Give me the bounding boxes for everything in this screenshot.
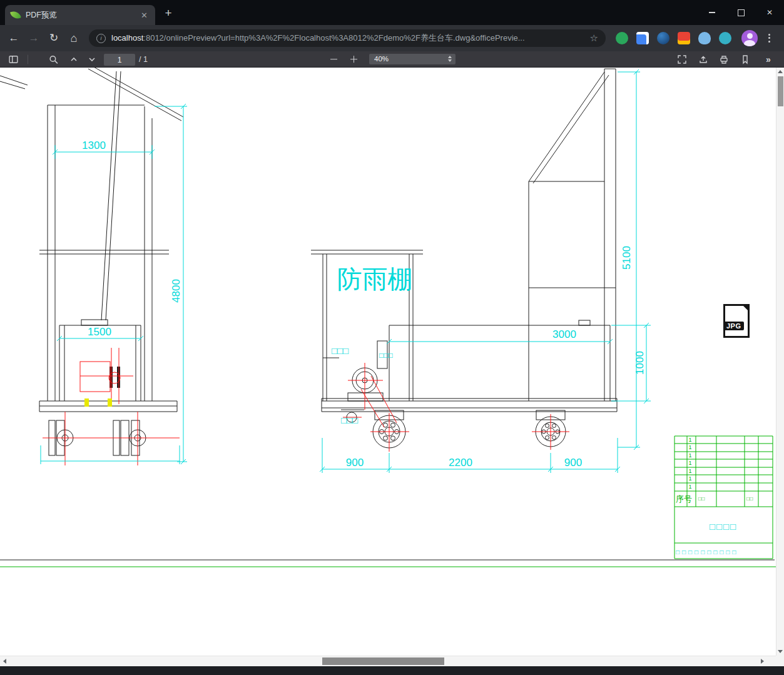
- titleblock-header-col1: 序号: [676, 494, 692, 504]
- search-icon[interactable]: [48, 54, 59, 64]
- bookmark-icon[interactable]: [740, 54, 750, 64]
- profile-avatar[interactable]: [741, 30, 758, 46]
- extension-icon-1[interactable]: [616, 32, 628, 44]
- dimension-2200: 2200: [449, 457, 472, 469]
- horizontal-scrollbar[interactable]: [0, 656, 776, 666]
- dimension-900-right: 900: [564, 457, 582, 469]
- scroll-right-arrow[interactable]: [758, 656, 767, 666]
- scroll-up-arrow[interactable]: [776, 70, 784, 73]
- zoom-value: 40%: [374, 55, 389, 63]
- reload-button[interactable]: ↻: [46, 31, 61, 45]
- leaf-favicon-icon: [10, 9, 21, 21]
- site-info-icon[interactable]: i: [96, 34, 106, 43]
- titleblock-row: 1: [688, 484, 691, 490]
- sidebar-toggle-icon[interactable]: [8, 54, 19, 64]
- translate-extension-icon[interactable]: [636, 32, 649, 44]
- dimension-4800: 4800: [170, 279, 182, 303]
- front-view: 1300 4800 1500: [0, 68, 187, 465]
- back-button[interactable]: ←: [6, 31, 21, 45]
- dimension-900-left: 900: [346, 457, 364, 469]
- jpg-stamp-page-icon: JPG: [723, 304, 750, 338]
- toolbar-separator: [28, 54, 28, 64]
- page-total-label: / 1: [139, 55, 148, 64]
- cloud-extension-icon[interactable]: [698, 32, 711, 44]
- page-number-input[interactable]: [104, 54, 135, 66]
- minimize-button[interactable]: [698, 0, 726, 25]
- extension-icon-4[interactable]: [678, 32, 690, 44]
- jpg-stamp: JPG: [720, 304, 750, 338]
- horizontal-scroll-thumb[interactable]: [322, 657, 444, 665]
- zoom-out-button[interactable]: [330, 59, 337, 60]
- more-tools-icon[interactable]: »: [766, 54, 771, 64]
- previous-page-icon[interactable]: [69, 54, 79, 64]
- placeholder-text-b: □□□: [379, 351, 393, 360]
- pdf-page: 1300 4800 1500: [0, 68, 776, 656]
- scroll-down-arrow[interactable]: [776, 647, 784, 656]
- select-spinner-icon: [448, 56, 452, 62]
- scrollbar-corner: [776, 656, 784, 666]
- canopy-label: 防雨棚: [337, 265, 412, 293]
- home-button[interactable]: ⌂: [66, 31, 81, 45]
- url-host: localhost: [111, 33, 143, 43]
- vertical-scroll-thumb[interactable]: [778, 76, 783, 106]
- titleblock-row: 1: [688, 460, 691, 466]
- forward-button[interactable]: →: [26, 31, 41, 45]
- next-page-icon[interactable]: [87, 54, 97, 64]
- titleblock-row: 1: [688, 468, 691, 474]
- drawing-number-text: □□□□□□□□□□: [676, 549, 738, 556]
- drawing-title-text: □□□□: [710, 521, 737, 532]
- maximize-button[interactable]: [726, 0, 755, 25]
- maximize-icon: [738, 9, 745, 16]
- vertical-scrollbar[interactable]: [776, 68, 784, 656]
- pdf-toolbar: / 1 40% »: [0, 51, 784, 68]
- dimension-5100: 5100: [621, 246, 633, 270]
- minimize-icon: [709, 12, 715, 13]
- tab-title: PDF预览: [26, 10, 140, 21]
- titleblock-row: 1: [688, 475, 691, 482]
- extensions-row: [616, 32, 731, 44]
- dimension-1500: 1500: [88, 326, 111, 338]
- titleblock-row: 1: [688, 437, 691, 443]
- address-bar[interactable]: i localhost:8012/onlinePreview?url=http%…: [89, 29, 606, 47]
- titleblock-row: 1: [688, 444, 691, 450]
- scroll-left-arrow[interactable]: [0, 656, 9, 666]
- bookmark-star-icon[interactable]: ☆: [590, 33, 598, 44]
- zoom-select[interactable]: 40%: [369, 54, 456, 64]
- browser-window: PDF预览 ✕ + ✕ ← → ↻ ⌂ i localhost:8012/onl…: [0, 0, 784, 675]
- placeholder-text-c: □□□: [341, 415, 358, 425]
- titlebar: PDF预览 ✕ + ✕: [0, 0, 784, 25]
- title-block: 序号 □□ □□ 1 1 1 1 1 1 1 □□□□ □□□□□□□□□□: [675, 436, 773, 559]
- titleblock-header-col2: □□: [698, 495, 705, 502]
- side-view: 防雨棚 □□□ □□□ □□□ 3000 1000 5100 900 2200 …: [311, 69, 651, 473]
- placeholder-text-a: □□□: [332, 345, 349, 356]
- presentation-mode-icon[interactable]: [677, 54, 687, 64]
- extension-icon-6[interactable]: [719, 32, 731, 44]
- titleblock-row: 1: [688, 452, 691, 459]
- new-tab-button[interactable]: +: [161, 6, 175, 20]
- zoom-in-button[interactable]: [350, 59, 357, 60]
- dimension-1300: 1300: [82, 140, 106, 151]
- url-path: :8012/onlinePreview?url=http%3A%2F%2Floc…: [143, 33, 524, 43]
- extension-icon-3[interactable]: [657, 32, 669, 44]
- open-file-icon[interactable]: [698, 54, 708, 64]
- dimension-3000: 3000: [552, 328, 576, 340]
- url-text[interactable]: localhost:8012/onlinePreview?url=http%3A…: [111, 33, 590, 44]
- titleblock-header-col3: □□: [746, 495, 753, 502]
- print-icon[interactable]: [719, 54, 729, 64]
- dimension-1000: 1000: [634, 351, 646, 375]
- browser-tab[interactable]: PDF预览 ✕: [5, 5, 155, 25]
- jpg-stamp-fold-icon: [741, 304, 750, 312]
- window-bottom-edge: [0, 666, 784, 675]
- jpg-stamp-label: JPG: [724, 322, 744, 330]
- window-controls: ✕: [698, 0, 784, 25]
- cad-drawing: 1300 4800 1500: [0, 68, 776, 656]
- browser-menu-icon[interactable]: [768, 32, 770, 44]
- close-button[interactable]: ✕: [755, 0, 784, 25]
- tab-close-icon[interactable]: ✕: [140, 11, 149, 20]
